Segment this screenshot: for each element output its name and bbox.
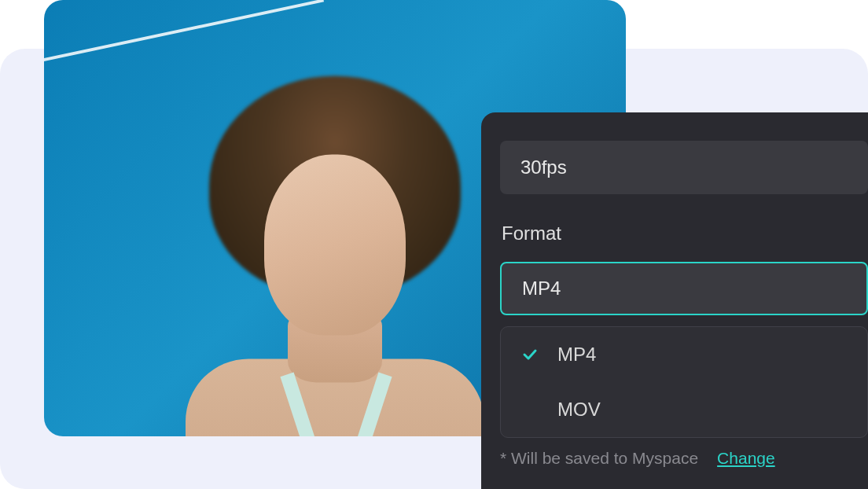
fps-value: 30fps: [520, 156, 567, 178]
change-location-link[interactable]: Change: [717, 449, 775, 468]
format-select[interactable]: MP4: [500, 262, 868, 315]
format-option-mov[interactable]: MOV: [501, 382, 867, 437]
save-note: * Will be saved to Myspace: [500, 449, 698, 468]
save-location-footer: * Will be saved to Myspace Change: [500, 449, 868, 468]
format-option-label: MP4: [557, 344, 596, 366]
format-dropdown: MP4 MOV: [500, 326, 868, 438]
format-label: Format: [502, 222, 868, 244]
format-option-mp4[interactable]: MP4: [501, 327, 867, 382]
export-settings-panel: 30fps Format MP4 MP4 MOV * Will be saved…: [481, 112, 868, 489]
fps-select[interactable]: 30fps: [500, 141, 868, 194]
format-selected-value: MP4: [522, 278, 561, 300]
preview-figure: [186, 60, 484, 436]
format-option-label: MOV: [557, 399, 601, 421]
check-icon: [521, 346, 539, 363]
